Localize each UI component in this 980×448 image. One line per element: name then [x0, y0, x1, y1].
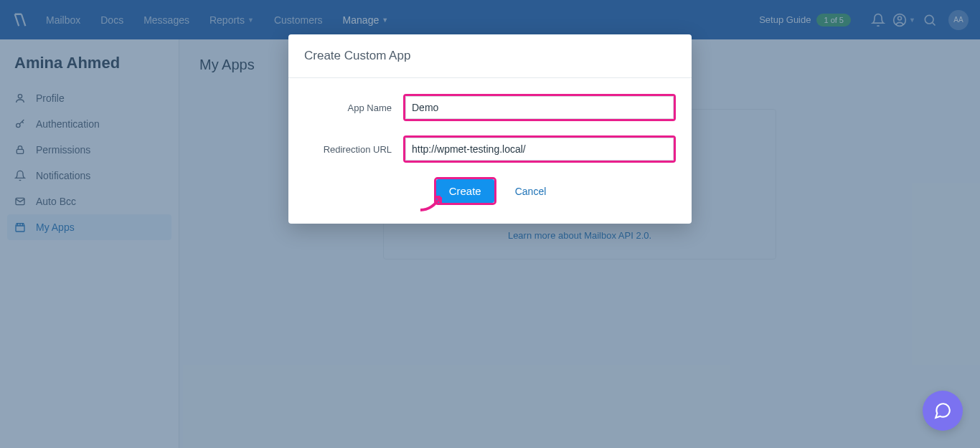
help-widget-button[interactable] — [923, 391, 963, 431]
modal-title: Create Custom App — [288, 34, 692, 78]
create-button[interactable]: Create — [436, 179, 494, 203]
redirection-url-label: Redirection URL — [304, 144, 403, 155]
app-name-input[interactable] — [405, 96, 674, 119]
cancel-button[interactable]: Cancel — [515, 186, 547, 197]
modal-overlay: Create Custom App App Name Redirection U… — [0, 0, 980, 448]
redirection-url-input[interactable] — [405, 138, 674, 161]
create-app-modal: Create Custom App App Name Redirection U… — [288, 34, 692, 224]
app-name-label: App Name — [304, 103, 403, 113]
